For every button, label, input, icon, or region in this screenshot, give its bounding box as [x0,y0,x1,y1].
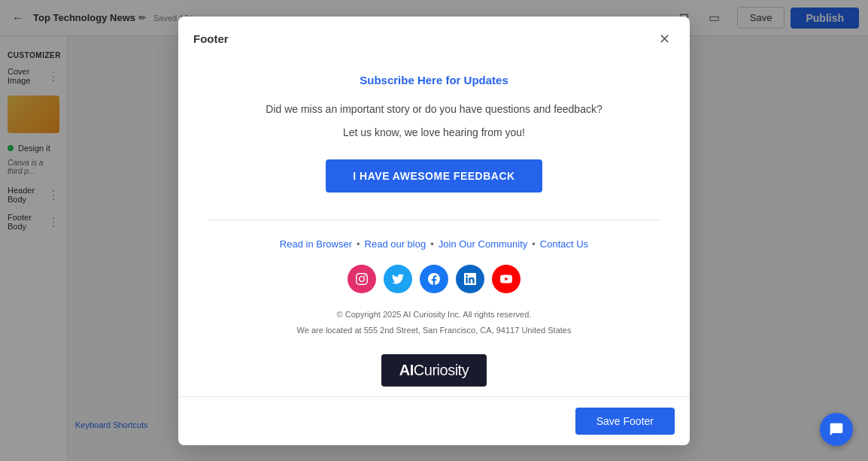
modal-overlay: Footer ✕ Subscribe Here for Updates Did … [0,0,868,461]
feedback-question: Did we miss an important story or do you… [208,102,660,117]
nav-link-read-in-browser[interactable]: Read in Browser [280,238,352,250]
linkedin-icon[interactable] [456,265,484,293]
feedback-button[interactable]: I HAVE AWESOME FEEDBACK [326,159,542,193]
facebook-icon[interactable] [420,265,448,293]
logo-curiosity-text: Curiosity [414,362,469,378]
footer-modal: Footer ✕ Subscribe Here for Updates Did … [178,17,690,445]
subscribe-title: Subscribe Here for Updates [208,74,660,86]
modal-header: Footer ✕ [178,17,690,59]
nav-link-join-community[interactable]: Join Our Community [439,238,527,250]
nav-links: Read in Browser • Read our blog • Join O… [208,238,660,250]
instagram-icon[interactable] [348,265,376,293]
copyright-line1: © Copyright 2025 AI Curiosity Inc. All r… [208,308,660,322]
modal-body: Subscribe Here for Updates Did we miss a… [178,59,690,445]
save-footer-button[interactable]: Save Footer [575,408,675,435]
nav-link-read-blog[interactable]: Read our blog [365,238,426,250]
twitter-icon[interactable] [384,265,412,293]
copyright-line2: We are located at 555 2nd Street, San Fr… [208,324,660,338]
nav-link-contact-us[interactable]: Contact Us [540,238,588,250]
chat-button[interactable] [820,413,853,446]
social-icons-row [208,265,660,293]
nav-sep-2: • [430,238,434,250]
youtube-icon[interactable] [492,265,520,293]
modal-footer-bar: Save Footer [178,396,690,445]
nav-sep-3: • [532,238,536,250]
feedback-subtext: Let us know, we love hearing from you! [208,126,660,138]
ai-curiosity-logo: AICuriosity [381,354,487,387]
modal-title: Footer [193,32,229,45]
nav-sep-1: • [357,238,360,250]
divider [208,220,660,220]
modal-close-button[interactable]: ✕ [654,29,675,50]
logo-ai-text: AI [399,362,414,378]
